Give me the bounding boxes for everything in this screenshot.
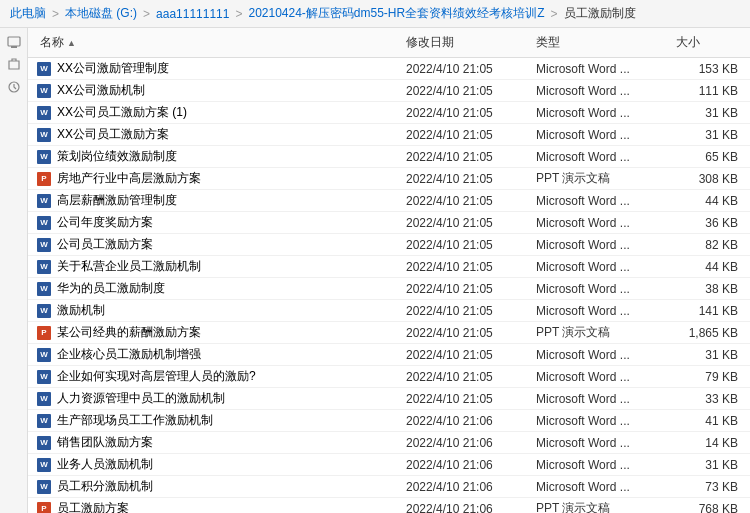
file-row[interactable]: W XX公司员工激励方案 2022/4/10 21:05 Microsoft W… — [28, 124, 750, 146]
file-row[interactable]: W 激励机制 2022/4/10 21:05 Microsoft Word ..… — [28, 300, 750, 322]
file-name-text: 业务人员激励机制 — [57, 456, 153, 473]
file-type-icon: W — [36, 149, 52, 165]
file-row[interactable]: W 关于私营企业员工激励机制 2022/4/10 21:05 Microsoft… — [28, 256, 750, 278]
file-name-text: 高层薪酬激励管理制度 — [57, 192, 177, 209]
file-name-cell: W XX公司激励机制 — [36, 82, 402, 99]
sidebar-icon-1[interactable] — [4, 33, 24, 53]
sep-0: > — [52, 7, 59, 21]
file-type-icon: W — [36, 193, 52, 209]
file-name-text: 公司员工激励方案 — [57, 236, 153, 253]
file-date: 2022/4/10 21:05 — [402, 106, 532, 120]
file-name-text: 员工激励方案 — [57, 500, 129, 513]
address-disk[interactable]: 本地磁盘 (G:) — [65, 5, 137, 22]
file-list-area[interactable]: 名称 ▲ 修改日期 类型 大小 W XX公司激励管理制度 2022 — [28, 28, 750, 513]
file-date: 2022/4/10 21:05 — [402, 150, 532, 164]
svg-rect-1 — [11, 46, 17, 48]
file-type-label: Microsoft Word ... — [532, 282, 672, 296]
file-size: 308 KB — [672, 172, 742, 186]
file-name-cell: W 企业如何实现对高层管理人员的激励? — [36, 368, 402, 385]
sep-2: > — [235, 7, 242, 21]
file-name-text: 华为的员工激励制度 — [57, 280, 165, 297]
col-header-date[interactable]: 修改日期 — [402, 32, 532, 53]
file-row[interactable]: W 华为的员工激励制度 2022/4/10 21:05 Microsoft Wo… — [28, 278, 750, 300]
file-row[interactable]: W 公司员工激励方案 2022/4/10 21:05 Microsoft Wor… — [28, 234, 750, 256]
sidebar-icon-2[interactable] — [4, 55, 24, 75]
address-pc[interactable]: 此电脑 — [10, 5, 46, 22]
file-row[interactable]: W 业务人员激励机制 2022/4/10 21:06 Microsoft Wor… — [28, 454, 750, 476]
sep-3: > — [551, 7, 558, 21]
file-row[interactable]: P 房地产行业中高层激励方案 2022/4/10 21:05 PPT 演示文稿 … — [28, 168, 750, 190]
file-row[interactable]: W 生产部现场员工工作激励机制 2022/4/10 21:06 Microsof… — [28, 410, 750, 432]
file-date: 2022/4/10 21:05 — [402, 392, 532, 406]
file-type-label: Microsoft Word ... — [532, 150, 672, 164]
file-date: 2022/4/10 21:06 — [402, 414, 532, 428]
file-type-label: Microsoft Word ... — [532, 480, 672, 494]
file-size: 33 KB — [672, 392, 742, 406]
word-icon: W — [37, 458, 51, 472]
file-name-cell: W 企业核心员工激励机制增强 — [36, 346, 402, 363]
file-size: 14 KB — [672, 436, 742, 450]
file-size: 31 KB — [672, 458, 742, 472]
word-icon: W — [37, 370, 51, 384]
file-rows-container: W XX公司激励管理制度 2022/4/10 21:05 Microsoft W… — [28, 58, 750, 513]
file-row[interactable]: W 企业如何实现对高层管理人员的激励? 2022/4/10 21:05 Micr… — [28, 366, 750, 388]
word-icon: W — [37, 436, 51, 450]
address-current: 员工激励制度 — [564, 5, 636, 22]
file-type-icon: W — [36, 303, 52, 319]
file-name-cell: W 关于私营企业员工激励机制 — [36, 258, 402, 275]
ppt-icon: P — [37, 502, 51, 514]
file-row[interactable]: W 高层薪酬激励管理制度 2022/4/10 21:05 Microsoft W… — [28, 190, 750, 212]
file-type-label: Microsoft Word ... — [532, 216, 672, 230]
file-row[interactable]: P 员工激励方案 2022/4/10 21:06 PPT 演示文稿 768 KB — [28, 498, 750, 513]
file-row[interactable]: W 公司年度奖励方案 2022/4/10 21:05 Microsoft Wor… — [28, 212, 750, 234]
file-size: 73 KB — [672, 480, 742, 494]
file-name-text: 生产部现场员工工作激励机制 — [57, 412, 213, 429]
file-row[interactable]: W 员工积分激励机制 2022/4/10 21:06 Microsoft Wor… — [28, 476, 750, 498]
explorer-window: 此电脑 > 本地磁盘 (G:) > aaa11111111 > 20210424… — [0, 0, 750, 513]
file-size: 38 KB — [672, 282, 742, 296]
file-type-label: Microsoft Word ... — [532, 436, 672, 450]
file-size: 44 KB — [672, 194, 742, 208]
address-folder1[interactable]: aaa11111111 — [156, 7, 229, 21]
file-row[interactable]: W 销售团队激励方案 2022/4/10 21:06 Microsoft Wor… — [28, 432, 750, 454]
col-header-size[interactable]: 大小 — [672, 32, 742, 53]
file-name-cell: W 高层薪酬激励管理制度 — [36, 192, 402, 209]
file-name-cell: P 某公司经典的薪酬激励方案 — [36, 324, 402, 341]
file-size: 79 KB — [672, 370, 742, 384]
word-icon: W — [37, 216, 51, 230]
file-type-label: PPT 演示文稿 — [532, 500, 672, 513]
file-name-text: 激励机制 — [57, 302, 105, 319]
file-date: 2022/4/10 21:05 — [402, 216, 532, 230]
col-header-type[interactable]: 类型 — [532, 32, 672, 53]
file-date: 2022/4/10 21:05 — [402, 326, 532, 340]
col-header-name[interactable]: 名称 ▲ — [36, 32, 402, 53]
sidebar-icon-3[interactable] — [4, 77, 24, 97]
file-type-icon: W — [36, 457, 52, 473]
file-row[interactable]: W XX公司员工激励方案 (1) 2022/4/10 21:05 Microso… — [28, 102, 750, 124]
word-icon: W — [37, 304, 51, 318]
file-row[interactable]: W 人力资源管理中员工的激励机制 2022/4/10 21:05 Microso… — [28, 388, 750, 410]
file-date: 2022/4/10 21:05 — [402, 84, 532, 98]
file-type-icon: W — [36, 237, 52, 253]
word-icon: W — [37, 106, 51, 120]
file-type-icon: P — [36, 501, 52, 514]
file-row[interactable]: W 企业核心员工激励机制增强 2022/4/10 21:05 Microsoft… — [28, 344, 750, 366]
file-name-cell: W 华为的员工激励制度 — [36, 280, 402, 297]
file-type-label: Microsoft Word ... — [532, 414, 672, 428]
file-row[interactable]: W 策划岗位绩效激励制度 2022/4/10 21:05 Microsoft W… — [28, 146, 750, 168]
file-type-label: Microsoft Word ... — [532, 458, 672, 472]
file-row[interactable]: P 某公司经典的薪酬激励方案 2022/4/10 21:05 PPT 演示文稿 … — [28, 322, 750, 344]
file-date: 2022/4/10 21:05 — [402, 238, 532, 252]
file-name-cell: W 激励机制 — [36, 302, 402, 319]
file-row[interactable]: W XX公司激励管理制度 2022/4/10 21:05 Microsoft W… — [28, 58, 750, 80]
file-type-label: PPT 演示文稿 — [532, 324, 672, 341]
file-date: 2022/4/10 21:05 — [402, 348, 532, 362]
file-row[interactable]: W XX公司激励机制 2022/4/10 21:05 Microsoft Wor… — [28, 80, 750, 102]
file-type-icon: W — [36, 369, 52, 385]
file-type-icon: W — [36, 127, 52, 143]
address-folder2[interactable]: 20210424-解压密码dm55-HR全套资料绩效经考核培训Z — [248, 5, 544, 22]
svg-rect-0 — [8, 37, 20, 46]
file-type-icon: W — [36, 479, 52, 495]
file-name-cell: P 房地产行业中高层激励方案 — [36, 170, 402, 187]
file-date: 2022/4/10 21:05 — [402, 260, 532, 274]
